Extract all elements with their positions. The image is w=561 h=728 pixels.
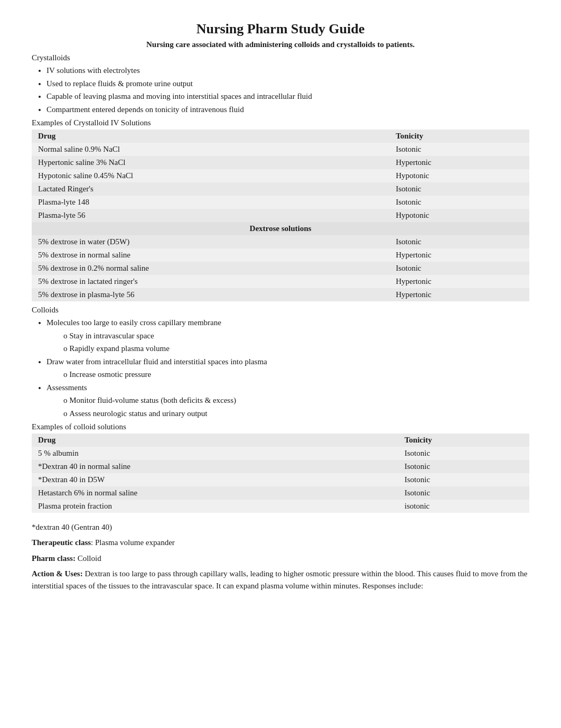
table-row: 5% dextrose in 0.2% normal saline Isoton…: [32, 262, 529, 275]
dextrose-section-label: Dextrose solutions: [32, 222, 529, 235]
colloids-heading: Colloids: [32, 306, 529, 315]
crystalloids-bullet-1: IV solutions with electrolytes: [46, 64, 529, 77]
action-label: Action & Uses:: [32, 569, 83, 578]
table-row: Hypotonic saline 0.45% NaCl Hypotonic: [32, 169, 529, 182]
therapeutic-class: Therapeutic class: Plasma volume expande…: [32, 537, 529, 549]
drug-cell: 5% dextrose in 0.2% normal saline: [32, 262, 389, 275]
colloids-sub-list-1: Stay in intravascular space Rapidly expa…: [46, 330, 529, 355]
crystalloids-bullet-3: Capable of leaving plasma and moving int…: [46, 90, 529, 103]
table-row: Plasma-lyte 148 Isotonic: [32, 196, 529, 209]
tonicity-cell: Isotonic: [398, 460, 529, 473]
colloids-sub-list-3: Monitor fluid-volume status (both defici…: [46, 394, 529, 419]
colloid-col2-header: Tonicity: [398, 434, 529, 447]
colloids-sub-1b: Rapidly expand plasma volume: [63, 343, 529, 355]
drug-cell: Normal saline 0.9% NaCl: [32, 143, 389, 156]
drug-name: *dextran 40 (Gentran 40): [32, 521, 529, 533]
therapeutic-label: Therapeutic class: [32, 538, 91, 547]
colloids-bullet-1: Molecules too large to easily cross capi…: [46, 317, 529, 355]
tonicity-cell: Hypertonic: [389, 156, 529, 169]
table-row: Normal saline 0.9% NaCl Isotonic: [32, 143, 529, 156]
tonicity-cell: Hypertonic: [389, 275, 529, 288]
colloid-col1-header: Drug: [32, 434, 398, 447]
colloid-examples-label: Examples of colloid solutions: [32, 422, 529, 431]
drug-cell: 5 % albumin: [32, 447, 398, 460]
drug-cell: 5% dextrose in water (D5W): [32, 235, 389, 248]
drug-cell: 5% dextrose in normal saline: [32, 248, 389, 262]
drug-cell: Hypotonic saline 0.45% NaCl: [32, 169, 389, 182]
tonicity-cell: Hypotonic: [389, 169, 529, 182]
drug-cell: Hetastarch 6% in normal saline: [32, 486, 398, 500]
pharm-class: Pharm class: Colloid: [32, 552, 529, 565]
colloid-table: Drug Tonicity 5 % albumin Isotonic *Dext…: [32, 434, 529, 513]
colloids-sub-3b: Assess neurologic status and urinary out…: [63, 408, 529, 420]
table-row: 5% dextrose in lactated ringer's Hyperto…: [32, 275, 529, 288]
colloids-bullet-list: Molecules too large to easily cross capi…: [32, 317, 529, 419]
drug-cell: Plasma protein fraction: [32, 500, 398, 513]
tonicity-cell: Hypertonic: [389, 248, 529, 262]
colloids-bullet-2: Draw water from intracellular fluid and …: [46, 356, 529, 381]
therapeutic-value: Plasma volume expander: [95, 538, 175, 547]
table-row: Plasma protein fraction isotonic: [32, 500, 529, 513]
crystalloids-bullet-list: IV solutions with electrolytes Used to r…: [32, 64, 529, 115]
crystalloid-examples-label: Examples of Crystalloid IV Solutions: [32, 118, 529, 127]
crystalloids-bullet-4: Compartment entered depends on tonicity …: [46, 104, 529, 116]
crystalloids-heading: Crystalloids: [32, 53, 529, 62]
colloids-sub-list-2: Increase osmotic pressure: [46, 368, 529, 381]
table-row: 5% dextrose in normal saline Hypertonic: [32, 248, 529, 262]
drug-cell: 5% dextrose in plasma-lyte 56: [32, 288, 389, 301]
page-subtitle: Nursing care associated with administeri…: [32, 40, 529, 49]
tonicity-cell: Isotonic: [389, 182, 529, 196]
dextrose-section-row: Dextrose solutions: [32, 222, 529, 235]
tonicity-cell: isotonic: [398, 500, 529, 513]
colloids-bullet-3: Assessments Monitor fluid-volume status …: [46, 382, 529, 420]
drug-cell: *Dextran 40 in normal saline: [32, 460, 398, 473]
drug-cell: Lactated Ringer's: [32, 182, 389, 196]
colloids-section: Colloids Molecules too large to easily c…: [32, 306, 529, 419]
colloids-sub-1a: Stay in intravascular space: [63, 330, 529, 342]
tonicity-cell: Isotonic: [398, 447, 529, 460]
table-row: *Dextran 40 in D5W Isotonic: [32, 473, 529, 486]
crystalloid-col2-header: Tonicity: [389, 130, 529, 143]
tonicity-cell: Isotonic: [398, 486, 529, 500]
notes-section: *dextran 40 (Gentran 40) Therapeutic cla…: [32, 521, 529, 592]
tonicity-cell: Isotonic: [389, 196, 529, 209]
colloids-sub-3a: Monitor fluid-volume status (both defici…: [63, 394, 529, 407]
drug-cell: *Dextran 40 in D5W: [32, 473, 398, 486]
table-row: Plasma-lyte 56 Hypotonic: [32, 209, 529, 222]
table-row: *Dextran 40 in normal saline Isotonic: [32, 460, 529, 473]
table-row: 5% dextrose in plasma-lyte 56 Hypertonic: [32, 288, 529, 301]
tonicity-cell: Isotonic: [389, 143, 529, 156]
tonicity-cell: Isotonic: [389, 262, 529, 275]
table-row: Lactated Ringer's Isotonic: [32, 182, 529, 196]
table-row: Hetastarch 6% in normal saline Isotonic: [32, 486, 529, 500]
crystalloid-col1-header: Drug: [32, 130, 389, 143]
tonicity-cell: Hypertonic: [389, 288, 529, 301]
drug-cell: 5% dextrose in lactated ringer's: [32, 275, 389, 288]
pharm-label: Pharm class:: [32, 554, 76, 563]
drug-cell: Plasma-lyte 148: [32, 196, 389, 209]
table-row: 5 % albumin Isotonic: [32, 447, 529, 460]
page-title: Nursing Pharm Study Guide: [32, 21, 529, 37]
crystalloids-bullet-2: Used to replace fluids & promote urine o…: [46, 78, 529, 90]
table-row: 5% dextrose in water (D5W) Isotonic: [32, 235, 529, 248]
crystalloid-table: Drug Tonicity Normal saline 0.9% NaCl Is…: [32, 130, 529, 301]
tonicity-cell: Isotonic: [389, 235, 529, 248]
pharm-value: Colloid: [78, 554, 101, 563]
tonicity-cell: Hypotonic: [389, 209, 529, 222]
tonicity-cell: Isotonic: [398, 473, 529, 486]
action-text: Dextran is too large to pass through cap…: [32, 569, 527, 590]
action-uses: Action & Uses: Dextran is too large to p…: [32, 568, 529, 593]
drug-cell: Plasma-lyte 56: [32, 209, 389, 222]
drug-cell: Hypertonic saline 3% NaCl: [32, 156, 389, 169]
table-row: Hypertonic saline 3% NaCl Hypertonic: [32, 156, 529, 169]
colloids-sub-2a: Increase osmotic pressure: [63, 368, 529, 381]
